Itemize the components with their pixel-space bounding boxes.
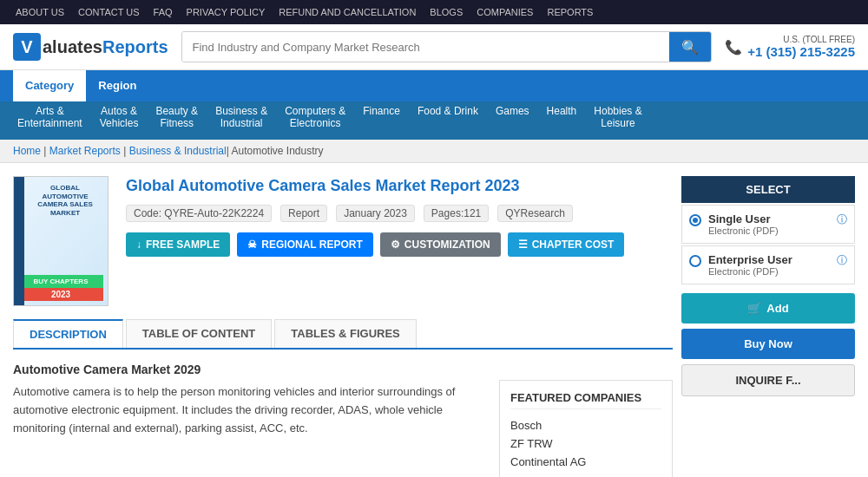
cat-finance[interactable]: Finance (354, 101, 409, 140)
nav-blogs[interactable]: BLOGS (423, 0, 470, 24)
logo: V aluates Reports (13, 33, 168, 61)
phone-info: 📞 U.S. (TOLL FREE) +1 (315) 215-3225 (725, 35, 855, 59)
description-area: Automotive Camera Market 2029 Automotive… (13, 363, 673, 477)
single-user-info: Single User Electronic (PDF) (708, 212, 779, 236)
free-sample-button[interactable]: ↓ FREE SAMPLE (126, 232, 230, 257)
globe-icon: ☠ (247, 238, 257, 251)
description-text: Automotive camera is to help the person … (13, 383, 486, 437)
product-meta: Code: QYRE-Auto-22K2224 Report January 2… (126, 205, 673, 222)
single-user-label: Single User (708, 212, 779, 225)
nav-about[interactable]: ABOUT US (9, 0, 71, 24)
search-input[interactable] (182, 32, 670, 62)
tab-table-of-content[interactable]: TABLE OF CONTENT (126, 319, 272, 348)
featured-title: FEATURED COMPANIES (510, 391, 661, 409)
enterprise-user-sub: Electronic (PDF) (708, 266, 792, 277)
company-bosch: Bosch (510, 416, 661, 435)
book-spine (14, 177, 24, 305)
add-to-cart-button[interactable]: 🛒 Add (681, 293, 855, 323)
right-sidebar: SELECT Single User Electronic (PDF) ⓘ En… (681, 176, 855, 477)
nav-faq[interactable]: FAQ (147, 0, 180, 24)
top-nav: ABOUT US CONTACT US FAQ PRIVACY POLICY R… (0, 0, 868, 24)
meta-pages: Pages:121 (424, 205, 489, 222)
phone-number: +1 (315) 215-3225 (747, 44, 855, 59)
regional-report-button[interactable]: ☠ REGIONAL REPORT (237, 232, 372, 257)
download-icon: ↓ (136, 238, 141, 251)
featured-companies-box: FEATURED COMPANIES Bosch ZF TRW Continen… (499, 380, 673, 477)
meta-type: Report (280, 205, 327, 222)
categories-bar: Arts &Entertainment Autos &Vehicles Beau… (0, 101, 868, 140)
search-button[interactable]: 🔍 (669, 32, 711, 62)
search-bar: 🔍 (181, 31, 713, 62)
nav-reports[interactable]: REPORTS (540, 0, 600, 24)
tab-description[interactable]: DESCRIPTION (13, 319, 123, 348)
nav-refund[interactable]: REFUND AND CANCELLATION (272, 0, 423, 24)
cat-hobbies[interactable]: Hobbies &Leisure (585, 101, 650, 140)
category-region-bar: Category Region (0, 70, 868, 101)
breadcrumb-home[interactable]: Home (13, 145, 41, 157)
meta-publisher: QYResearch (497, 205, 573, 222)
cart-icon: 🛒 (747, 302, 761, 315)
chapter-cost-button[interactable]: ☰ CHAPTER COST (508, 232, 625, 257)
product-title: Global Automotive Camera Sales Market Re… (126, 176, 673, 196)
select-label: SELECT (681, 176, 855, 203)
product-header: GLOBALAUTOMOTIVECAMERA SALESMARKET BUY C… (13, 176, 673, 306)
cat-arts[interactable]: Arts &Entertainment (9, 101, 91, 140)
book-cover-title: GLOBALAUTOMOTIVECAMERA SALESMARKET (37, 184, 93, 217)
cat-autos[interactable]: Autos &Vehicles (91, 101, 148, 140)
logo-text: aluates (43, 37, 102, 57)
option-enterprise-user[interactable]: Enterprise User Electronic (PDF) ⓘ (681, 245, 855, 284)
radio-single-user[interactable] (689, 214, 701, 226)
enterprise-user-label: Enterprise User (708, 253, 792, 266)
cat-beauty[interactable]: Beauty &Fitness (147, 101, 207, 140)
book-cover-year: 2023 (18, 288, 103, 301)
content-body: Automotive Camera Market 2029 Automotive… (13, 363, 673, 477)
cat-business[interactable]: Business &Industrial (207, 101, 276, 140)
nav-contact[interactable]: CONTACT US (71, 0, 147, 24)
phone-label: U.S. (TOLL FREE) (747, 35, 855, 44)
gear-icon: ⚙ (391, 238, 400, 251)
header: V aluates Reports 🔍 📞 U.S. (TOLL FREE) +… (0, 24, 868, 70)
product-actions: ↓ FREE SAMPLE ☠ REGIONAL REPORT ⚙ CUSTOM… (126, 232, 673, 257)
customization-button[interactable]: ⚙ CUSTOMIZATION (380, 232, 501, 257)
tab-tables-figures[interactable]: TABLES & FIGURES (274, 319, 416, 348)
inquire-button[interactable]: INQUIRE F... (681, 364, 855, 396)
breadcrumb-market-reports[interactable]: Market Reports (49, 145, 121, 157)
company-continental: Continental AG (510, 453, 661, 471)
left-content: GLOBALAUTOMOTIVECAMERA SALESMARKET BUY C… (13, 176, 673, 477)
logo-v-icon: V (13, 33, 41, 61)
radio-enterprise-user[interactable] (689, 255, 701, 267)
book-cover: GLOBALAUTOMOTIVECAMERA SALESMARKET BUY C… (13, 176, 108, 306)
option-single-user[interactable]: Single User Electronic (PDF) ⓘ (681, 205, 855, 244)
nav-companies[interactable]: COMPANIES (470, 0, 540, 24)
nav-privacy[interactable]: PRIVACY POLICY (180, 0, 273, 24)
meta-code: Code: QYRE-Auto-22K2224 (126, 205, 272, 222)
breadcrumb-automotive: Automotive Industry (232, 145, 324, 157)
description-text-area: Automotive Camera Market 2029 Automotive… (13, 363, 486, 477)
tabs: DESCRIPTION TABLE OF CONTENT TABLES & FI… (13, 319, 673, 350)
buy-now-button[interactable]: Buy Now (681, 329, 855, 359)
info-icon-single: ⓘ (837, 212, 847, 227)
company-zf-trw: ZF TRW (510, 435, 661, 453)
main-content: GLOBALAUTOMOTIVECAMERA SALESMARKET BUY C… (0, 163, 868, 477)
cat-health[interactable]: Health (538, 101, 586, 140)
breadcrumb-business[interactable]: Business & Industrial (129, 145, 227, 157)
list-icon: ☰ (518, 238, 528, 251)
tab-category[interactable]: Category (13, 70, 86, 101)
breadcrumb: Home | Market Reports | Business & Indus… (0, 140, 868, 163)
cat-games[interactable]: Games (487, 101, 538, 140)
description-heading: Automotive Camera Market 2029 (13, 363, 486, 376)
cat-food[interactable]: Food & Drink (409, 101, 487, 140)
enterprise-user-info: Enterprise User Electronic (PDF) (708, 253, 792, 277)
tab-region[interactable]: Region (86, 70, 148, 101)
single-user-sub: Electronic (PDF) (708, 225, 779, 236)
logo-sub: Reports (102, 37, 168, 57)
book-cover-badge: BUY CHAPTERS (18, 275, 103, 288)
info-icon-enterprise: ⓘ (837, 253, 847, 268)
cat-computers[interactable]: Computers &Electronics (276, 101, 354, 140)
meta-date: January 2023 (336, 205, 415, 222)
phone-icon: 📞 (725, 39, 742, 56)
product-info: Global Automotive Camera Sales Market Re… (126, 176, 673, 306)
